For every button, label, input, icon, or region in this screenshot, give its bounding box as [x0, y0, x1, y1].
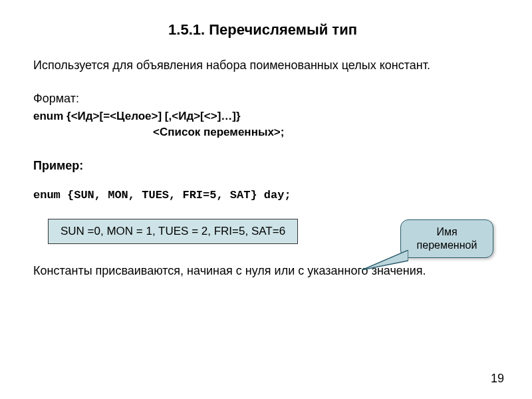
intro-text: Используется для объявления набора поиме… — [33, 57, 492, 73]
example-block: Пример: enum {SUN, MON, TUES, FRI=5, SAT… — [33, 159, 492, 201]
callout-tail-icon — [362, 250, 408, 270]
svg-marker-0 — [362, 250, 408, 270]
callout-line-1: Имя — [436, 226, 457, 237]
example-label: Пример: — [33, 159, 492, 173]
format-line-2: <Список переменных>; — [33, 126, 492, 139]
slide: 1.5.1. Перечисляемый тип Используется дл… — [0, 0, 532, 399]
page-number: 19 — [491, 372, 504, 386]
callout-bubble: Имя переменной — [400, 219, 493, 258]
format-line-1: enum {<Ид>[=<Целое>] [,<Ид>[<>]…]} — [33, 110, 492, 123]
callout: Имя переменной — [400, 219, 493, 258]
format-label: Формат: — [33, 92, 492, 106]
slide-title: 1.5.1. Перечисляемый тип — [33, 21, 492, 39]
example-code: enum {SUN, MON, TUES, FRI=5, SAT} day; — [33, 189, 492, 201]
conclusion-text: Константы присваиваются, начиная с нуля … — [33, 264, 492, 278]
callout-line-2: переменной — [417, 239, 477, 251]
values-box: SUN =0, MON = 1, TUES = 2, FRI=5, SAT=6 — [48, 219, 298, 244]
